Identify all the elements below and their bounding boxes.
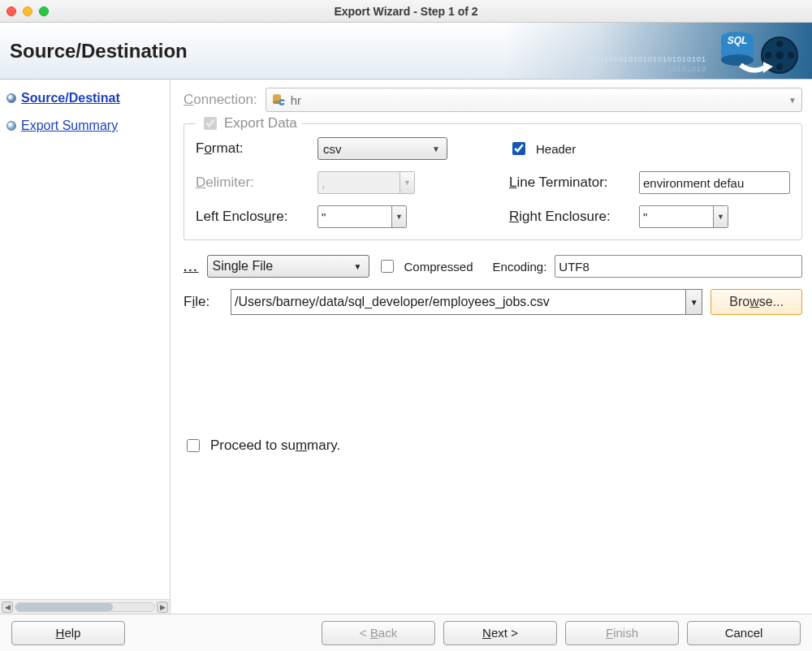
file-path-field[interactable]: /Users/barney/data/sql_developer/employe… (231, 289, 702, 315)
help-button[interactable]: Help (11, 621, 125, 645)
encoding-dropdown[interactable]: UTF8 (555, 255, 802, 278)
line-terminator-label: Line Terminator: (509, 175, 631, 191)
left-enclosure-label: Left Enclosure: (196, 209, 309, 225)
format-label: Format: (196, 140, 309, 157)
chevron-down-icon: ▼ (354, 262, 362, 271)
format-value: csv (323, 142, 342, 156)
chevron-down-icon: ▼ (788, 96, 797, 105)
step-source-destination[interactable]: Source/Destinat (0, 89, 170, 107)
wizard-footer: Help < Back Next > Finish Cancel (0, 614, 812, 651)
delimiter-dropdown: , ▼ (317, 171, 415, 194)
svg-point-3 (776, 63, 783, 70)
svg-text:SQL: SQL (728, 35, 748, 46)
export-form: Connection: hr ▼ Export Data (171, 80, 812, 614)
scroll-right-icon[interactable]: ▶ (157, 601, 168, 613)
connection-icon (271, 93, 286, 107)
window-titlebar: Export Wizard - Step 1 of 2 (0, 0, 812, 23)
step-bullet-icon (6, 93, 16, 103)
wizard-steps-sidebar: Source/Destinat Export Summary ◀ ▶ (0, 80, 171, 614)
svg-rect-15 (281, 101, 286, 103)
banner-graphic: 010101010101010101010101 10101010 SQL (503, 23, 812, 79)
header-label: Header (536, 142, 576, 156)
line-terminator-value: environment defau (643, 176, 744, 190)
scroll-track[interactable] (15, 602, 155, 612)
sql-database-icon: SQL (705, 26, 802, 78)
svg-point-5 (788, 52, 794, 58)
page-title: Source/Destination (10, 40, 188, 63)
delimiter-label: Delimiter: (196, 175, 309, 191)
sidebar-horizontal-scrollbar[interactable]: ◀ ▶ (0, 599, 170, 614)
saveas-value: Single File (213, 259, 274, 274)
svg-point-1 (775, 51, 784, 59)
chevron-down-icon: ▼ (432, 144, 440, 153)
delimiter-value: , (322, 176, 325, 190)
proceed-label: Proceed to summary. (210, 438, 340, 454)
connection-value: hr (291, 93, 301, 107)
format-dropdown[interactable]: csv ▼ (317, 137, 447, 160)
encoding-value: UTF8 (559, 260, 590, 274)
file-path-value: /Users/barney/data/sql_developer/employe… (235, 295, 550, 309)
export-data-group: Export Data Format: csv ▼ Header (184, 123, 802, 240)
scroll-thumb[interactable] (15, 603, 113, 611)
next-button[interactable]: Next > (443, 621, 557, 645)
svg-point-8 (721, 54, 754, 66)
saveas-label: ... (184, 260, 199, 274)
proceed-checkbox[interactable] (187, 439, 200, 452)
right-enclosure-label: Right Enclosure: (509, 209, 631, 225)
connection-label: Connection: (184, 92, 257, 108)
back-button[interactable]: < Back (322, 621, 435, 645)
chevron-down-icon: ▼ (400, 172, 414, 193)
step-link[interactable]: Export Summary (21, 119, 118, 133)
connection-dropdown[interactable]: hr ▼ (266, 88, 802, 112)
export-data-label: Export Data (224, 115, 297, 131)
right-enclosure-dropdown[interactable]: " ▼ (639, 205, 728, 228)
line-terminator-dropdown[interactable]: environment defau (639, 171, 790, 194)
svg-point-2 (776, 41, 783, 47)
file-label: File: (184, 294, 222, 310)
step-export-summary[interactable]: Export Summary (0, 117, 170, 135)
chevron-down-icon[interactable]: ▼ (685, 290, 702, 314)
wizard-banner: Source/Destination 010101010101010101010… (0, 23, 812, 80)
chevron-down-icon: ▼ (391, 206, 406, 227)
right-enclosure-value: " (643, 210, 647, 224)
compressed-checkbox[interactable] (381, 260, 394, 273)
step-link[interactable]: Source/Destinat (21, 91, 120, 106)
chevron-down-icon: ▼ (713, 206, 728, 227)
header-checkbox[interactable] (512, 142, 525, 155)
export-data-checkbox[interactable] (204, 117, 217, 130)
browse-button[interactable]: Browse... (710, 289, 802, 315)
finish-button[interactable]: Finish (565, 621, 679, 645)
svg-point-4 (765, 52, 771, 58)
scroll-left-icon[interactable]: ◀ (2, 601, 13, 613)
saveas-dropdown[interactable]: Single File ▼ (207, 255, 369, 278)
left-enclosure-dropdown[interactable]: " ▼ (317, 205, 407, 228)
compressed-label: Compressed (404, 260, 473, 274)
left-enclosure-value: " (322, 210, 326, 224)
encoding-label: Encoding: (493, 260, 547, 274)
step-bullet-icon (6, 121, 16, 131)
cancel-button[interactable]: Cancel (687, 621, 801, 645)
window-title: Export Wizard - Step 1 of 2 (0, 5, 812, 18)
